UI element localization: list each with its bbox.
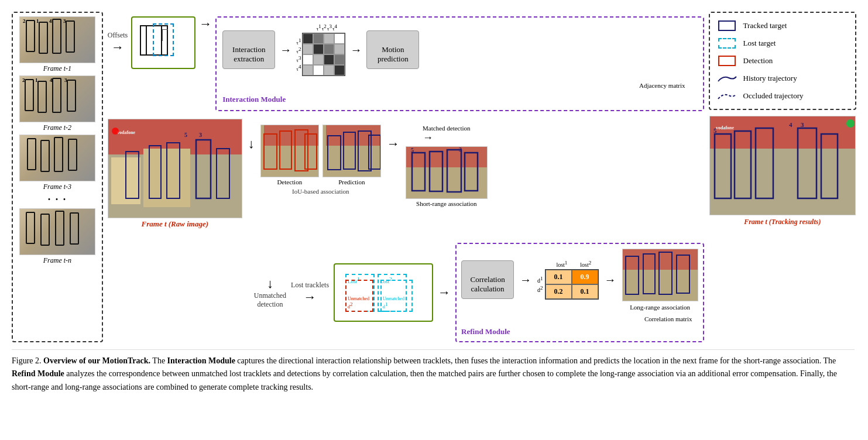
result-img: vodafone 5 4 3 [709, 116, 856, 215]
scene-label: Frame t (Raw image) [142, 219, 208, 229]
frame-t2-label: Frame t-2 [43, 123, 71, 132]
legend-detection-label: Detection [743, 56, 773, 66]
legend-history-trajectory: History trajectory [717, 73, 848, 84]
frame-t1: 2 1 4 3 Frame t-1 [19, 16, 95, 73]
lost-tracklets-label: Lost tracklets [291, 281, 329, 290]
caption-refind-module-bold: Refind Module [12, 369, 64, 378]
correlation-calculation-box: Correlation calculation [461, 260, 514, 299]
caption-interaction-module-bold: Interaction Module [167, 356, 235, 365]
long-range-label: Long-range association [630, 304, 690, 311]
offsets-label: Offsets [108, 31, 128, 40]
frame-t3-img [19, 135, 95, 181]
result-label: Frame t (Tracking results) [744, 218, 821, 226]
unmatched-detection-label: Unmatched detection [254, 291, 286, 309]
corr-grid: 0.1 0.9 0.2 0.1 [545, 269, 599, 300]
frame-t1-img: 2 1 4 3 [19, 16, 95, 63]
legend-occluded-label: Occluded trajectory [743, 91, 804, 101]
caption-motiontrack-bold: Overview of our MotionTrack. [43, 356, 150, 365]
adjacency-matrix: τ1τ2τ3τ4 τ1 τ2 τ3 τ4 [296, 23, 345, 76]
mid-flow-row: vodafone 5 3 [108, 119, 704, 229]
frame-tn-label: Frame t-n [43, 256, 71, 265]
offset-boxes-group [131, 16, 195, 69]
caption-fig-number: Figure 2. [12, 356, 42, 365]
short-range-container: Matched detection → [406, 125, 488, 207]
svg-rect-40 [710, 116, 856, 149]
lost-group: Lost1 Lost2 Unmatched d2 Unmatched d1 [334, 263, 433, 322]
svg-text:vodafone: vodafone [716, 125, 735, 130]
occluded-trajectory-icon [717, 91, 737, 101]
frame-t3: Frame t-3 [19, 135, 95, 191]
prediction-img [323, 125, 381, 177]
caption: Figure 2. Overview of our MotionTrack. T… [12, 349, 855, 394]
detection-label: Detection [277, 178, 302, 185]
diagram-wrapper: 2 1 4 3 Frame t-1 2 [12, 12, 856, 342]
scene-img: vodafone 5 3 [108, 119, 242, 218]
svg-text:vodafone: vodafone [117, 130, 136, 135]
svg-point-50 [846, 119, 855, 128]
stacked-boxes [140, 22, 187, 63]
frame-dots: · · · [48, 194, 67, 206]
matched-detection-label: Matched detection [423, 125, 471, 132]
svg-text:3: 3 [459, 147, 462, 153]
iou-label: IoU-based association [292, 188, 349, 195]
svg-text:5: 5 [713, 127, 717, 134]
matrix-grid [302, 33, 345, 76]
refind-module: Correlation calculation → lost1 lost2 [455, 243, 704, 342]
legend-box: Tracked target Lost target Detection [709, 12, 856, 110]
detection-thumb: Detection [260, 125, 319, 185]
frames-panel: 2 1 4 3 Frame t-1 2 [12, 12, 103, 342]
refind-module-label: Refind Module [461, 327, 510, 336]
svg-text:3: 3 [199, 132, 202, 138]
adjacency-matrix-label: Adjacency matrix [639, 82, 685, 89]
short-range-assoc: 5 3 Short-range association [406, 146, 488, 207]
prediction-label: Prediction [338, 178, 365, 185]
bottom-flow-row: ↓ Unmatched detection Lost tracklets → L… [254, 243, 704, 342]
frame-tn-img [19, 208, 95, 255]
frame-t2: 2 1 4 3 Frame t-2 [19, 75, 95, 132]
long-range-img [622, 249, 698, 301]
svg-text:3: 3 [801, 121, 804, 128]
svg-text:4: 4 [789, 121, 792, 128]
detection-img [260, 125, 319, 177]
long-range-container: Long-range association [622, 249, 698, 311]
main-container: 2 1 4 3 Frame t-1 2 [12, 12, 856, 394]
interaction-extraction-box: Interaction extraction [222, 30, 275, 69]
legend-tracked-label: Tracked target [743, 21, 787, 30]
legend-occluded-trajectory: Occluded trajectory [717, 90, 848, 102]
correlation-matrix: lost1 lost2 d1 d2 0.1 0.9 [537, 260, 599, 300]
correlation-matrix-label: Correlation matrix [644, 315, 692, 322]
frame-t3-label: Frame t-3 [43, 183, 71, 191]
svg-text:5: 5 [184, 132, 187, 138]
middle-area: Offsets → → [108, 12, 704, 342]
interaction-module-label: Interaction Module [222, 95, 286, 104]
right-panel: Tracked target Lost target Detection [709, 12, 856, 342]
legend-history-label: History trajectory [743, 74, 797, 83]
short-range-img: 5 3 [406, 146, 488, 199]
result-container: vodafone 5 4 3 [709, 116, 856, 226]
motion-prediction-box: Motion prediction [366, 30, 419, 69]
svg-text:5: 5 [411, 147, 414, 153]
history-trajectory-icon [717, 73, 737, 84]
frame-tn: Frame t-n [19, 208, 95, 265]
caption-text: Overview of our MotionTrack. The Interac… [12, 356, 837, 391]
top-flow-row: Offsets → → [108, 16, 704, 111]
scene-container: vodafone 5 3 [108, 119, 242, 229]
frame-t1-label: Frame t-1 [43, 64, 71, 73]
short-range-label: Short-range association [416, 200, 477, 207]
svg-point-5 [112, 128, 119, 135]
frame-t2-img: 2 1 4 3 [19, 75, 95, 122]
legend-detection: Detection [717, 55, 848, 67]
legend-lost-target: Lost target [717, 37, 848, 49]
prediction-thumb: Prediction [323, 125, 381, 185]
legend-lost-label: Lost target [743, 39, 776, 48]
interaction-module: Interaction extraction → τ1τ2τ3τ4 τ1 [215, 16, 704, 111]
det-pred-container: Detection [260, 125, 381, 195]
legend-tracked-target: Tracked target [717, 20, 848, 32]
